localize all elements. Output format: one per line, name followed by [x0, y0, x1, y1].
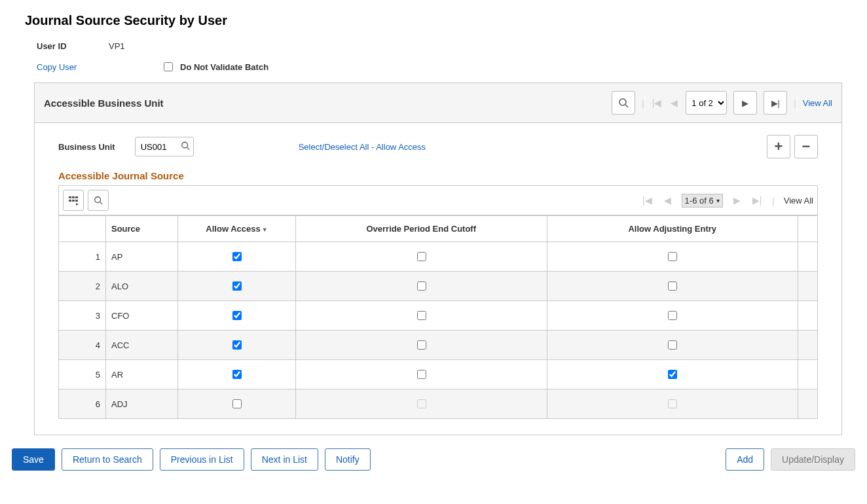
- copy-user-link[interactable]: Copy User: [37, 62, 109, 72]
- grid-pager[interactable]: 1-6 of 6 ▾: [682, 194, 723, 207]
- row-number: 5: [59, 360, 106, 389]
- adjusting-checkbox[interactable]: [668, 311, 677, 320]
- col-blank: [59, 216, 106, 242]
- notify-button[interactable]: Notify: [325, 448, 371, 471]
- svg-rect-8: [72, 200, 75, 202]
- grid-next-icon[interactable]: ▶: [732, 195, 742, 206]
- row-number: 4: [59, 331, 106, 360]
- update-display-button[interactable]: Update/Display: [771, 448, 855, 471]
- row-source: AP: [106, 242, 178, 272]
- row-trailing: [798, 360, 818, 389]
- table-row: 4ACC: [59, 331, 818, 360]
- remove-row-button[interactable]: −: [794, 135, 818, 158]
- lookup-icon[interactable]: [181, 141, 190, 153]
- row-source: CFO: [106, 301, 178, 331]
- svg-rect-4: [69, 196, 71, 198]
- grid-icon: [68, 195, 79, 206]
- panel-view-all-link[interactable]: View All: [803, 98, 832, 108]
- col-adjusting[interactable]: Allow Adjusting Entry: [547, 216, 798, 242]
- business-unit-label: Business Unit: [58, 142, 115, 152]
- chevron-down-icon: ▾: [716, 197, 720, 204]
- adjusting-checkbox: [668, 399, 677, 408]
- adjusting-checkbox[interactable]: [668, 252, 677, 261]
- panel-pager-select[interactable]: 1 of 2: [686, 91, 727, 115]
- allow-access-checkbox[interactable]: [232, 311, 242, 320]
- override-checkbox[interactable]: [417, 311, 426, 320]
- separator-icon: |: [642, 98, 644, 108]
- svg-rect-5: [72, 196, 75, 198]
- add-row-button[interactable]: +: [767, 135, 790, 158]
- table-row: 6ADJ: [59, 389, 818, 419]
- user-id-label: User ID: [37, 41, 109, 51]
- override-checkbox[interactable]: [417, 252, 426, 261]
- svg-point-10: [95, 197, 101, 203]
- adjusting-checkbox[interactable]: [668, 281, 677, 291]
- accessible-bu-panel: Accessible Business Unit | |◀ ◀ 1 of 2 ▶…: [34, 82, 842, 435]
- grid-view-all-link[interactable]: View All: [784, 196, 813, 206]
- row-trailing: [798, 389, 818, 419]
- row-number: 3: [59, 301, 106, 331]
- row-source: ALO: [106, 272, 178, 301]
- save-button[interactable]: Save: [12, 448, 55, 471]
- search-icon: [618, 98, 629, 108]
- col-source[interactable]: Source: [106, 216, 178, 242]
- svg-point-2: [181, 142, 187, 148]
- first-page-icon[interactable]: |◀: [651, 98, 663, 108]
- row-source: ACC: [106, 331, 178, 360]
- grid-section-title: Accessible Journal Source: [58, 170, 818, 181]
- row-trailing: [798, 272, 818, 301]
- grid-prev-icon[interactable]: ◀: [663, 195, 673, 206]
- allow-access-checkbox[interactable]: [232, 252, 242, 261]
- allow-access-checkbox[interactable]: [232, 340, 242, 350]
- table-row: 5AR: [59, 360, 818, 389]
- col-trailing: [798, 216, 818, 242]
- adjusting-checkbox[interactable]: [668, 370, 677, 379]
- add-button[interactable]: Add: [726, 448, 764, 471]
- last-page-button[interactable]: ▶|: [764, 91, 787, 115]
- panel-title: Accessible Business Unit: [44, 98, 164, 109]
- override-checkbox[interactable]: [417, 370, 426, 379]
- override-checkbox[interactable]: [417, 281, 426, 291]
- grid-actions-button[interactable]: [63, 190, 84, 211]
- row-source: ADJ: [106, 389, 178, 419]
- grid-first-icon[interactable]: |◀: [641, 195, 654, 206]
- next-in-list-button[interactable]: Next in List: [251, 448, 318, 471]
- allow-access-checkbox[interactable]: [232, 281, 242, 291]
- allow-access-checkbox[interactable]: [232, 399, 242, 408]
- row-number: 6: [59, 389, 106, 419]
- adjusting-checkbox[interactable]: [668, 340, 677, 350]
- row-number: 2: [59, 272, 106, 301]
- grid-search-button[interactable]: [88, 190, 109, 211]
- separator-icon: |: [794, 98, 796, 108]
- col-override[interactable]: Override Period End Cutoff: [296, 216, 547, 242]
- row-trailing: [798, 301, 818, 331]
- col-allow-access[interactable]: Allow Access▼: [178, 216, 296, 242]
- prev-page-icon[interactable]: ◀: [669, 98, 679, 108]
- journal-source-table: Source Allow Access▼ Override Period End…: [58, 215, 818, 419]
- row-trailing: [798, 242, 818, 272]
- previous-in-list-button[interactable]: Previous in List: [160, 448, 244, 471]
- next-page-button[interactable]: ▶: [733, 91, 757, 115]
- page-title: Journal Source Security by User: [25, 13, 860, 28]
- table-row: 1AP: [59, 242, 818, 272]
- panel-search-button[interactable]: [612, 91, 635, 115]
- return-to-search-button[interactable]: Return to Search: [62, 448, 153, 471]
- svg-rect-6: [75, 196, 78, 198]
- grid-pager-text: 1-6 of 6: [685, 196, 714, 206]
- table-row: 2ALO: [59, 272, 818, 301]
- row-source: AR: [106, 360, 178, 389]
- svg-point-0: [619, 99, 626, 105]
- grid-last-icon[interactable]: ▶|: [751, 195, 764, 206]
- override-checkbox[interactable]: [417, 340, 426, 350]
- do-not-validate-label: Do Not Validate Batch: [180, 62, 268, 72]
- row-trailing: [798, 331, 818, 360]
- select-all-link[interactable]: Select/Deselect All - Allow Access: [299, 142, 426, 152]
- do-not-validate-row: Do Not Validate Batch: [161, 60, 268, 73]
- allow-access-checkbox[interactable]: [232, 370, 242, 379]
- do-not-validate-checkbox[interactable]: [164, 62, 173, 71]
- search-icon: [94, 196, 103, 205]
- row-number: 1: [59, 242, 106, 272]
- separator-icon: |: [772, 196, 774, 206]
- override-checkbox: [417, 399, 426, 408]
- svg-rect-7: [69, 200, 71, 202]
